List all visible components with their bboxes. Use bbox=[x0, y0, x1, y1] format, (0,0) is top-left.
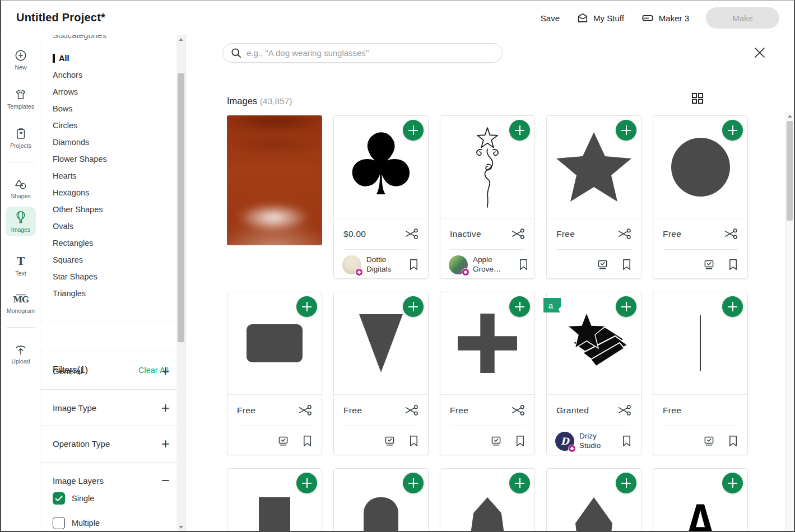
image-card[interactable] bbox=[333, 468, 429, 532]
add-to-canvas-button[interactable] bbox=[722, 120, 743, 141]
subcategory-item[interactable]: Diamonds bbox=[40, 134, 176, 151]
sidebar-item-monogram[interactable]: MG Monogram bbox=[6, 289, 36, 318]
add-to-canvas-button[interactable] bbox=[509, 473, 530, 493]
subcategory-item[interactable]: Other Shapes bbox=[40, 201, 176, 218]
add-to-canvas-button[interactable] bbox=[616, 473, 636, 493]
image-card[interactable]: Free bbox=[653, 292, 748, 455]
image-card[interactable]: aGrantedDDrizy Studio bbox=[546, 292, 641, 455]
subcategory-item[interactable]: Triangles bbox=[40, 285, 176, 302]
search-bar[interactable] bbox=[222, 43, 503, 63]
image-card[interactable]: InactiveApple Grove… bbox=[440, 115, 535, 279]
scrollbar-thumb[interactable] bbox=[178, 73, 184, 342]
add-to-canvas-button[interactable] bbox=[722, 473, 743, 493]
image-card[interactable]: Free bbox=[653, 115, 748, 279]
image-thumbnail[interactable] bbox=[334, 469, 428, 532]
image-card[interactable]: A bbox=[653, 468, 748, 532]
save-button[interactable]: Save bbox=[541, 13, 560, 23]
bookmark-icon[interactable] bbox=[518, 258, 529, 271]
close-icon[interactable] bbox=[754, 46, 766, 59]
checkbox-unchecked[interactable] bbox=[53, 517, 65, 529]
filter-section-general[interactable]: General + bbox=[53, 361, 170, 380]
image-thumbnail[interactable] bbox=[440, 116, 534, 218]
sidebar-item-text[interactable]: T Text bbox=[6, 251, 36, 280]
image-thumbnail[interactable] bbox=[440, 469, 534, 532]
subcategory-item[interactable]: Bows bbox=[40, 100, 176, 117]
sidebar-item-upload[interactable]: Upload bbox=[6, 339, 36, 368]
subcategory-item[interactable]: Circles bbox=[40, 117, 176, 134]
image-card[interactable]: Free bbox=[546, 115, 641, 279]
add-to-canvas-button[interactable] bbox=[403, 296, 424, 317]
add-to-canvas-button[interactable] bbox=[616, 120, 636, 141]
scroll-up-arrow[interactable] bbox=[176, 35, 185, 43]
sidebar-item-shapes[interactable]: Shapes bbox=[6, 174, 36, 203]
image-thumbnail[interactable] bbox=[653, 116, 747, 218]
sidebar-item-projects[interactable]: Projects bbox=[6, 124, 36, 152]
image-card[interactable] bbox=[546, 468, 641, 532]
image-card[interactable]: ♣$0.00Dottie Digitals bbox=[333, 115, 429, 279]
sidebar-item-new[interactable]: New bbox=[6, 45, 36, 74]
machine-select-button[interactable]: Maker 3 bbox=[641, 12, 689, 24]
add-to-canvas-button[interactable] bbox=[296, 473, 317, 493]
image-thumbnail[interactable] bbox=[547, 469, 641, 532]
add-to-canvas-button[interactable] bbox=[509, 296, 530, 317]
image-thumbnail[interactable] bbox=[653, 292, 747, 395]
scroll-up-arrow[interactable] bbox=[785, 112, 794, 120]
image-thumbnail[interactable] bbox=[334, 292, 428, 395]
sponsored-image-thumbnail[interactable] bbox=[227, 115, 322, 245]
subcategory-item[interactable]: Star Shapes bbox=[40, 268, 176, 285]
add-to-canvas-button[interactable] bbox=[509, 120, 530, 141]
bookmark-icon[interactable] bbox=[514, 435, 526, 447]
creator-name[interactable]: Apple Grove… bbox=[473, 255, 501, 274]
make-button[interactable]: Make bbox=[706, 7, 779, 29]
bookmark-icon[interactable] bbox=[408, 258, 420, 271]
add-to-canvas-button[interactable] bbox=[296, 296, 317, 317]
image-card[interactable] bbox=[227, 468, 322, 532]
image-card[interactable]: Free bbox=[440, 292, 535, 455]
filter-option-single[interactable]: Single bbox=[53, 492, 94, 505]
sidebar-item-templates[interactable]: Templates bbox=[6, 85, 36, 113]
filter-section-image-layers[interactable]: Image Layers − bbox=[53, 471, 170, 490]
image-thumbnail[interactable] bbox=[227, 292, 322, 395]
subcategory-item[interactable]: Hearts bbox=[40, 167, 176, 184]
subcategory-item[interactable]: Squares bbox=[40, 251, 176, 268]
image-thumbnail[interactable] bbox=[440, 292, 534, 395]
subcategory-item[interactable]: Rectangles bbox=[40, 235, 176, 251]
scrollbar-thumb[interactable] bbox=[787, 121, 793, 221]
subcategory-item[interactable]: Flower Shapes bbox=[40, 151, 176, 167]
my-stuff-button[interactable]: My Stuff bbox=[577, 12, 624, 24]
image-thumbnail[interactable]: A bbox=[653, 469, 747, 532]
sidebar-item-images[interactable]: Images bbox=[6, 207, 36, 236]
image-thumbnail[interactable]: a bbox=[547, 292, 641, 395]
add-to-canvas-button[interactable] bbox=[722, 296, 743, 317]
bookmark-icon[interactable] bbox=[301, 435, 313, 447]
subcategory-item[interactable]: Ovals bbox=[40, 218, 176, 235]
filter-section-operation-type[interactable]: Operation Type + bbox=[53, 434, 170, 453]
subcategory-item[interactable]: Anchors bbox=[40, 67, 176, 83]
filter-option-multiple[interactable]: Multiple bbox=[53, 517, 100, 529]
checkbox-checked[interactable] bbox=[53, 492, 65, 505]
creator-name[interactable]: Drizy Studio bbox=[579, 432, 604, 451]
image-card[interactable]: Free bbox=[333, 292, 429, 455]
scroll-down-arrow[interactable] bbox=[176, 523, 185, 531]
creator-avatar[interactable] bbox=[342, 255, 361, 274]
add-to-canvas-button[interactable] bbox=[403, 473, 424, 493]
image-card[interactable]: Free bbox=[227, 292, 322, 455]
bookmark-icon[interactable] bbox=[408, 435, 420, 447]
image-card[interactable] bbox=[440, 468, 535, 532]
add-to-canvas-button[interactable] bbox=[403, 120, 424, 141]
results-scrollbar[interactable] bbox=[785, 112, 794, 531]
creator-avatar[interactable]: D bbox=[555, 432, 574, 451]
bookmark-icon[interactable] bbox=[621, 258, 633, 271]
grid-view-icon[interactable] bbox=[691, 92, 704, 105]
image-thumbnail[interactable]: ♣ bbox=[334, 116, 428, 218]
creator-name[interactable]: Dottie Digitals bbox=[366, 255, 391, 274]
image-thumbnail[interactable] bbox=[227, 469, 322, 532]
subcategory-item[interactable]: Arrows bbox=[40, 83, 176, 100]
creator-avatar[interactable] bbox=[449, 255, 468, 274]
bookmark-icon[interactable] bbox=[727, 258, 739, 271]
bookmark-icon[interactable] bbox=[621, 435, 633, 447]
add-to-canvas-button[interactable] bbox=[616, 296, 636, 317]
subcategory-item[interactable]: All bbox=[40, 50, 176, 67]
image-thumbnail[interactable] bbox=[547, 116, 641, 218]
panel-scrollbar[interactable] bbox=[176, 35, 185, 531]
